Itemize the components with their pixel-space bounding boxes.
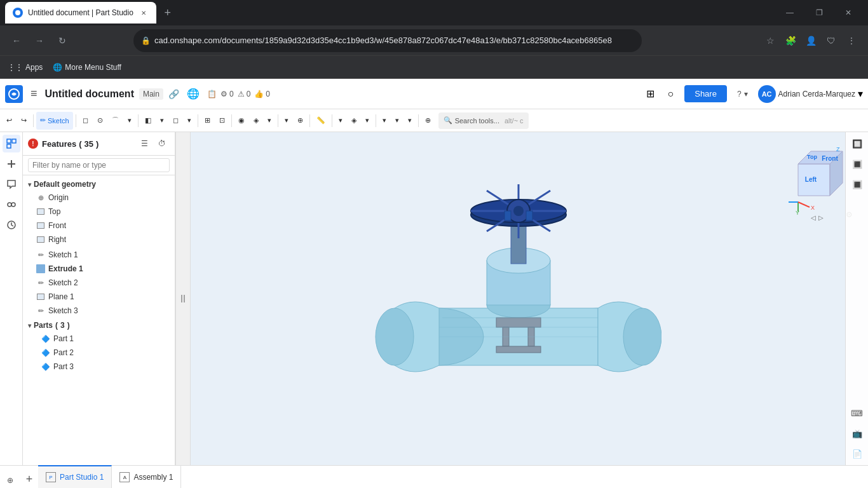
active-tab[interactable]: Untitled document | Part Studio ✕ (5, 2, 156, 24)
rt-btn-3[interactable]: 🔳 (848, 175, 866, 193)
feature-part2[interactable]: 🔷 Part 2 (23, 346, 175, 360)
mirror-tool[interactable]: ⊡ (215, 112, 229, 130)
display-tool[interactable]: ▾ (391, 112, 403, 130)
rt-btn-2[interactable]: 🔳 (848, 155, 866, 173)
svg-text:Z: Z (836, 146, 840, 152)
origin-label: Origin (48, 193, 69, 202)
filter-input[interactable] (28, 158, 170, 172)
bookmark-apps[interactable]: ⋮⋮ Apps (8, 63, 43, 72)
rt-btn-1[interactable]: 🔲 (848, 135, 866, 152)
panel-resize-handle[interactable] (175, 132, 191, 465)
rt-export-button[interactable]: 📄 (848, 445, 866, 463)
close-tab-button[interactable]: ✕ (139, 8, 149, 18)
feature-part1[interactable]: 🔷 Part 1 (23, 332, 175, 346)
feature-history-toggle[interactable]: ⏱ (154, 136, 170, 151)
boolean-tool[interactable]: ◉ (234, 112, 248, 130)
pattern-tool[interactable]: ⊞ (201, 112, 214, 130)
rt-display-button[interactable]: 📺 (848, 424, 866, 442)
feature-origin[interactable]: ⊕ Origin (23, 191, 175, 205)
loft-tool[interactable]: ▾ (124, 112, 135, 130)
part-studio-tab-label: Part Studio 1 (60, 473, 104, 482)
fillet-tool[interactable]: ◧ (141, 112, 155, 130)
link-icon[interactable]: 🔗 (168, 89, 179, 99)
help-button[interactable]: ? ▾ (732, 87, 753, 101)
profile-button[interactable]: 👤 (802, 32, 820, 50)
undo-button[interactable]: ↩ (3, 112, 16, 130)
add-feature-button[interactable] (3, 155, 20, 173)
split-tool[interactable]: ◈ (250, 112, 262, 130)
feature-part3[interactable]: 🔷 Part 3 (23, 360, 175, 374)
minimize-button[interactable]: — (775, 3, 804, 23)
search-tools-icon: 🔍 (444, 116, 452, 125)
tab-favicon (13, 8, 23, 18)
svg-point-8 (11, 203, 15, 207)
help-icon: ? (737, 90, 742, 98)
features-panel-button[interactable] (3, 135, 20, 152)
shell-tool[interactable]: ◻ (169, 112, 182, 130)
search-tools-box[interactable]: 🔍 Search tools... alt/~ c (438, 112, 529, 129)
default-geometry-header[interactable]: ▾ Default geometry (23, 178, 175, 191)
address-bar[interactable]: 🔒 cad.onshape.com/documents/1859a9d32d3d… (133, 29, 642, 52)
comments-button[interactable] (3, 175, 20, 193)
feature-sketch1[interactable]: ✏ Sketch 1 (23, 248, 175, 262)
bottom-icons: ⊕ (0, 473, 20, 488)
part2-icon: 🔷 (41, 348, 51, 358)
feature-sketch2[interactable]: ✏ Sketch 2 (23, 276, 175, 290)
new-tab-button[interactable]: + (159, 4, 177, 22)
extrude-tool[interactable]: ◻ (79, 112, 92, 130)
chamfer-tool[interactable]: ▾ (156, 112, 168, 130)
feature-front[interactable]: Front (23, 219, 175, 233)
feature-plane1[interactable]: Plane 1 (23, 290, 175, 304)
plane-tool[interactable]: ▾ (281, 112, 292, 130)
bookmark-more-menu[interactable]: 🌐 More Menu Stuff (53, 63, 121, 72)
forward-button[interactable]: → (31, 32, 48, 50)
tab-assembly[interactable]: A Assembly 1 (112, 465, 181, 488)
more-button[interactable]: ⋮ (843, 32, 860, 50)
default-geometry-chevron: ▾ (28, 181, 31, 188)
back-button[interactable]: ← (8, 32, 25, 50)
section-tool[interactable]: ▾ (404, 112, 416, 130)
appearance-tool[interactable]: ▾ (335, 112, 346, 130)
user-menu-chevron[interactable]: ▾ (858, 88, 863, 100)
property-tool[interactable]: ◈ (348, 112, 360, 130)
tab-part-studio[interactable]: P Part Studio 1 (38, 465, 112, 488)
add-tab-button[interactable]: + (20, 470, 38, 488)
feature-sketch3[interactable]: ✏ Sketch 3 (23, 304, 175, 318)
extensions-button[interactable]: 🧩 (782, 32, 799, 50)
feature-list-toggle[interactable]: ☰ (137, 136, 152, 151)
viewport[interactable]: Left Front Top Y X Z ◁ ▷ (191, 132, 868, 465)
redo-button[interactable]: ↪ (17, 112, 31, 130)
feature-extrude1[interactable]: Extrude 1 (23, 262, 175, 276)
mate-connector-tool[interactable]: ⊕ (294, 112, 307, 130)
hamburger-button[interactable]: ≡ (28, 85, 40, 103)
view-tool[interactable]: ▾ (379, 112, 390, 130)
rt-keyboard-button[interactable]: ⌨ (848, 404, 866, 422)
bookmark-button[interactable]: ☆ (761, 32, 779, 50)
maximize-button[interactable]: ❐ (804, 3, 834, 23)
parts-header[interactable]: ▾ Parts (3) (23, 319, 175, 332)
revolve-tool[interactable]: ⊙ (93, 112, 107, 130)
apps-grid-button[interactable]: ⊞ (641, 85, 659, 103)
tab-title: Untitled document | Part Studio (28, 8, 133, 17)
feature-top[interactable]: Top (23, 205, 175, 219)
share-button[interactable]: Share (684, 85, 727, 102)
reload-button[interactable]: ↻ (53, 32, 71, 50)
sweep-tool[interactable]: ⌒ (108, 112, 123, 130)
instances-button[interactable] (3, 196, 20, 214)
bottom-icon-1[interactable]: ⊕ (3, 473, 18, 488)
insert-icon[interactable]: 📋 (207, 90, 217, 98)
selection-tool[interactable]: ⊕ (421, 112, 435, 130)
measure-tool[interactable]: 📏 (313, 112, 329, 130)
simulation-tool[interactable]: ▾ (362, 112, 373, 130)
view-cube[interactable]: Left Front Top Y X Z ◁ ▷ (779, 145, 855, 221)
marketplace-button[interactable]: ○ (661, 85, 679, 103)
transform-tool[interactable]: ▾ (264, 112, 275, 130)
draft-tool[interactable]: ▾ (184, 112, 195, 130)
user-avatar[interactable]: AC (758, 85, 776, 103)
globe-button[interactable]: 🌐 (184, 85, 202, 103)
history-button[interactable] (3, 216, 20, 234)
sketch-button[interactable]: ✏ Sketch (36, 112, 73, 130)
adblock-button[interactable]: 🛡 (822, 32, 840, 50)
feature-right[interactable]: Right (23, 233, 175, 247)
close-window-button[interactable]: ✕ (834, 3, 863, 23)
